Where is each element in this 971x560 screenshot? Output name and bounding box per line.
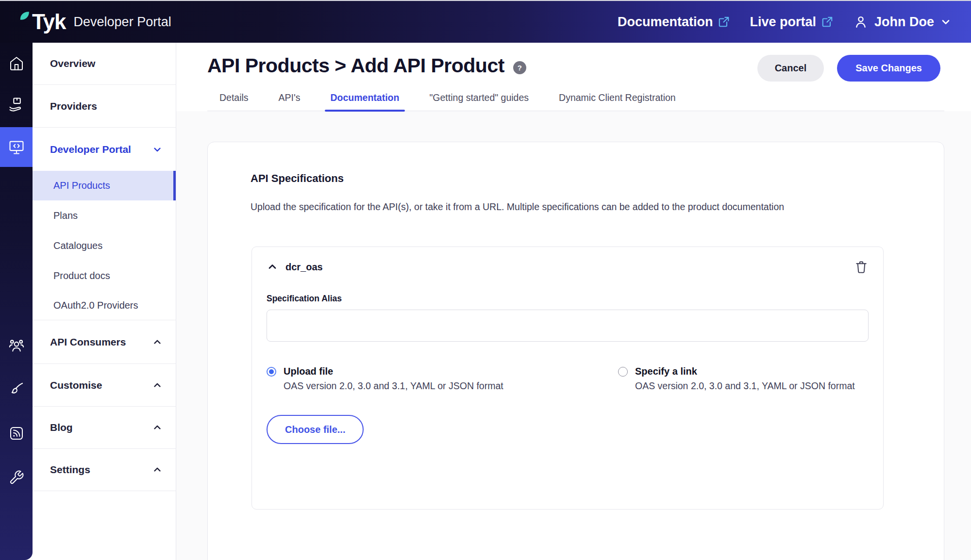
upload-file-option: Upload file OAS version 2.0, 3.0 and 3.1…: [267, 366, 618, 392]
specify-link-option: Specify a link OAS version 2.0, 3.0 and …: [618, 366, 869, 392]
sidebar-item-plans[interactable]: Plans: [33, 200, 176, 231]
chevron-down-icon: [152, 144, 163, 155]
chevron-up-icon: [152, 422, 163, 433]
radio-selected-icon[interactable]: [267, 367, 276, 377]
user-name: John Doe: [874, 15, 934, 30]
rss-blog-icon: [9, 426, 24, 441]
rail-item-overview[interactable]: [0, 50, 33, 77]
save-changes-button[interactable]: Save Changes: [837, 55, 940, 82]
chevron-down-icon: [940, 16, 952, 28]
upload-file-radio-row[interactable]: Upload file: [267, 366, 618, 377]
chevron-up-icon: [152, 337, 163, 347]
specification-alias-input[interactable]: [267, 310, 869, 342]
sidebar-item-catalogues[interactable]: Catalogues: [33, 231, 176, 261]
rail-item-developer-portal[interactable]: [0, 127, 33, 167]
main-area: API Products > Add API Product ? Cancel …: [176, 43, 971, 560]
rail-item-customise[interactable]: [0, 376, 33, 403]
sidebar-item-overview[interactable]: Overview: [33, 43, 176, 85]
sidebar: Overview Providers Developer Portal API …: [33, 43, 176, 560]
tab-apis[interactable]: API's: [278, 92, 301, 111]
external-link-icon: [718, 16, 730, 28]
sidebar-item-providers[interactable]: Providers: [33, 85, 176, 128]
radio-unselected-icon[interactable]: [618, 367, 628, 377]
rail-item-blog[interactable]: [0, 420, 33, 447]
live-portal-link[interactable]: Live portal: [750, 15, 834, 30]
section-description: Upload the specification for the API(s),…: [251, 201, 901, 213]
home-icon: [9, 56, 24, 71]
sidebar-item-oauth-providers[interactable]: OAuth2.0 Providers: [33, 291, 176, 320]
specify-link-description: OAS version 2.0, 3.0 and 3.1, YAML or JS…: [635, 380, 869, 392]
sidebar-item-label: OAuth2.0 Providers: [53, 300, 138, 311]
brand-name: Tyk: [32, 10, 66, 34]
dev-portal-monitor-icon: [8, 139, 25, 155]
upload-file-description: OAS version 2.0, 3.0 and 3.1, YAML or JS…: [284, 380, 618, 392]
user-icon: [853, 14, 869, 30]
chevron-up-icon: [152, 464, 163, 475]
rail-item-providers[interactable]: [0, 91, 33, 118]
page-header: API Products > Add API Product ? Cancel …: [176, 43, 971, 111]
sidebar-item-api-products[interactable]: API Products: [33, 171, 176, 200]
documentation-link-label: Documentation: [618, 15, 713, 30]
sidebar-item-label: Blog: [50, 422, 73, 433]
sidebar-item-label: API Consumers: [50, 336, 126, 348]
tab-documentation[interactable]: Documentation: [330, 92, 401, 111]
sidebar-item-label: Overview: [50, 58, 95, 69]
brand-subtitle: Developer Portal: [74, 15, 171, 30]
sidebar-item-label: Developer Portal: [50, 144, 131, 155]
icon-rail: [0, 43, 33, 560]
collapse-spec-button[interactable]: [267, 261, 278, 273]
box-on-hand-icon: [8, 97, 25, 113]
documentation-link[interactable]: Documentation: [618, 15, 731, 30]
tab-bar: Details API's Documentation "Getting sta…: [207, 92, 944, 111]
rail-item-api-consumers[interactable]: [0, 332, 33, 359]
sidebar-item-label: Settings: [50, 464, 90, 476]
cancel-button[interactable]: Cancel: [757, 55, 824, 82]
wrench-icon: [9, 470, 24, 485]
tab-dynamic-client-registration[interactable]: Dynamic Client Registration: [558, 92, 677, 111]
specify-link-label: Specify a link: [635, 366, 697, 377]
api-specifications-card: API Specifications Upload the specificat…: [207, 142, 944, 560]
sidebar-item-label: API Products: [53, 180, 110, 191]
specification-alias-label: Specification Alias: [267, 294, 869, 304]
spec-panel: dcr_oas Specification Alias Upload file …: [251, 247, 884, 510]
users-group-icon: [8, 337, 25, 354]
sidebar-item-label: Product docs: [53, 270, 110, 281]
help-icon[interactable]: ?: [513, 61, 526, 74]
sidebar-item-label: Catalogues: [53, 240, 102, 251]
sidebar-item-settings[interactable]: Settings: [33, 449, 176, 491]
live-portal-link-label: Live portal: [750, 15, 816, 30]
tyk-logo[interactable]: Tyk Developer Portal: [19, 10, 171, 34]
sidebar-item-product-docs[interactable]: Product docs: [33, 261, 176, 291]
user-menu[interactable]: John Doe: [853, 14, 952, 30]
sidebar-item-label: Providers: [50, 100, 97, 112]
page-title: API Products > Add API Product: [207, 54, 504, 77]
chevron-up-icon: [152, 380, 163, 391]
tab-details[interactable]: Details: [218, 92, 250, 111]
sidebar-item-developer-portal[interactable]: Developer Portal: [33, 128, 176, 171]
choose-file-button[interactable]: Choose file...: [267, 415, 364, 444]
tyk-leaf-icon: [19, 11, 30, 21]
content-canvas: API Specifications Upload the specificat…: [176, 111, 971, 560]
upload-file-label: Upload file: [284, 366, 333, 377]
caret-up-icon: [267, 261, 278, 273]
external-link-icon: [821, 16, 834, 28]
tab-getting-started-guides[interactable]: "Getting started" guides: [428, 92, 530, 111]
sidebar-item-api-consumers[interactable]: API Consumers: [33, 320, 176, 364]
section-title: API Specifications: [251, 172, 901, 185]
rail-item-settings[interactable]: [0, 464, 33, 491]
specify-link-radio-row[interactable]: Specify a link: [618, 366, 869, 377]
paintbrush-icon: [8, 381, 25, 397]
top-navbar: Tyk Developer Portal Documentation Live …: [0, 0, 971, 43]
delete-spec-button[interactable]: [854, 260, 869, 274]
sidebar-item-blog[interactable]: Blog: [33, 407, 176, 449]
sidebar-item-customise[interactable]: Customise: [33, 364, 176, 407]
trash-icon: [854, 260, 869, 274]
spec-name: dcr_oas: [285, 262, 323, 273]
sidebar-item-label: Customise: [50, 379, 102, 391]
sidebar-item-label: Plans: [53, 210, 78, 221]
